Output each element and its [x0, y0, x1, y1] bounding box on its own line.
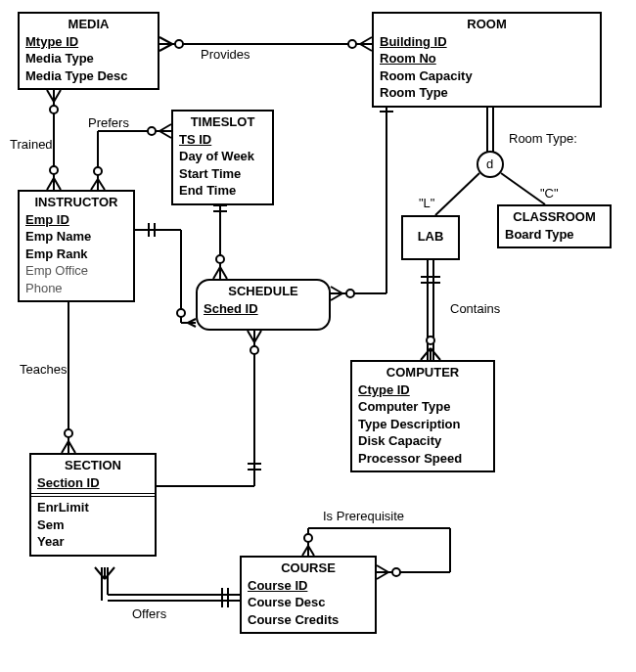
attr: Course Desc	[248, 594, 369, 611]
entity-timeslot: TIMESLOT TS ID Day of Week Start Time En…	[171, 110, 274, 205]
entity-course: COURSE Course ID Course Desc Course Cred…	[240, 556, 377, 634]
attr: Computer Type	[358, 398, 487, 416]
svg-point-9	[148, 127, 156, 135]
discriminator-label: Room Type:	[509, 131, 577, 146]
attr-pk: Ctype ID	[358, 381, 487, 399]
attr: Room Type	[380, 84, 594, 102]
rel-teaches: Teaches	[20, 362, 67, 377]
entity-title: COURSE	[248, 560, 369, 577]
svg-point-1	[348, 40, 356, 48]
attr: Type Description	[358, 416, 487, 433]
entity-schedule: SCHEDULE Sched ID	[196, 279, 331, 331]
attr: Start Time	[179, 165, 266, 183]
entity-classroom: CLASSROOM Board Type	[497, 204, 612, 248]
attr: Disk Capacity	[358, 432, 487, 450]
attr: Media Type	[25, 50, 152, 67]
entity-title: MEDIA	[25, 16, 152, 33]
rel-offers: Offers	[132, 606, 166, 621]
attr: Media Type Desc	[25, 67, 152, 85]
attr: Processor Speed	[358, 450, 487, 468]
rel-provides: Provides	[201, 47, 250, 62]
attr: Emp Rank	[25, 246, 127, 263]
entity-title: SCHEDULE	[204, 283, 323, 300]
entity-title: LAB	[418, 228, 444, 246]
rel-prefers: Prefers	[88, 115, 129, 130]
entity-instructor: INSTRUCTOR Emp ID Emp Name Emp Rank Emp …	[18, 190, 135, 302]
entity-title: ROOM	[380, 16, 594, 33]
attr-pk: Room No	[380, 50, 594, 67]
attr: Day of Week	[179, 148, 266, 165]
attr-pk: Mtype ID	[25, 33, 152, 51]
entity-section: SECTION Section ID EnrLimit Sem Year	[29, 453, 157, 557]
entity-title: COMPUTER	[358, 364, 487, 381]
disjoint-symbol: d	[486, 157, 493, 171]
rel-is-prerequisite: Is Prerequisite	[323, 509, 404, 523]
svg-point-18	[346, 290, 354, 297]
entity-title: TIMESLOT	[179, 113, 266, 131]
svg-point-29	[250, 346, 258, 354]
attr: End Time	[179, 182, 266, 200]
entity-title: CLASSROOM	[505, 208, 604, 226]
attr-pk: Emp ID	[25, 211, 127, 229]
svg-point-44	[304, 534, 312, 542]
svg-point-45	[392, 568, 400, 576]
entity-title: SECTION	[37, 457, 149, 474]
subtype-classroom-label: "C"	[540, 186, 559, 201]
attr-pk: Building ID	[380, 33, 594, 51]
rel-contains: Contains	[450, 301, 500, 316]
svg-point-2	[175, 40, 183, 48]
svg-point-13	[216, 255, 224, 263]
entity-media: MEDIA Mtype ID Media Type Media Type Des…	[18, 12, 159, 90]
attr-pk: Course ID	[248, 577, 369, 595]
attr-pk: TS ID	[179, 131, 266, 149]
entity-lab: LAB	[401, 215, 460, 260]
attr: Sem	[37, 516, 149, 534]
attr: Room Capacity	[380, 67, 594, 85]
entity-room: ROOM Building ID Room No Room Capacity R…	[372, 12, 602, 108]
svg-point-8	[94, 167, 102, 175]
entity-computer: COMPUTER Ctype ID Computer Type Type Des…	[350, 360, 495, 472]
svg-line-49	[435, 173, 479, 215]
attr: Year	[37, 533, 149, 551]
svg-point-24	[177, 309, 185, 317]
svg-line-50	[501, 173, 545, 204]
attr-optional: Emp Office Phone	[25, 262, 127, 296]
svg-point-4	[50, 166, 58, 174]
attr: EnrLimit	[37, 499, 149, 516]
divider	[31, 493, 155, 497]
svg-point-55	[427, 336, 434, 344]
entity-title: INSTRUCTOR	[25, 194, 127, 211]
rel-trained: Trained	[10, 137, 53, 152]
subtype-lab-label: "L"	[419, 196, 434, 210]
attr: Emp Name	[25, 228, 127, 246]
attr-pk: Section ID	[37, 474, 149, 492]
attr: Board Type	[505, 226, 604, 244]
attr: Course Credits	[248, 611, 369, 629]
attr-pk: Sched ID	[204, 300, 323, 318]
svg-point-5	[50, 106, 58, 113]
svg-point-33	[65, 429, 72, 437]
